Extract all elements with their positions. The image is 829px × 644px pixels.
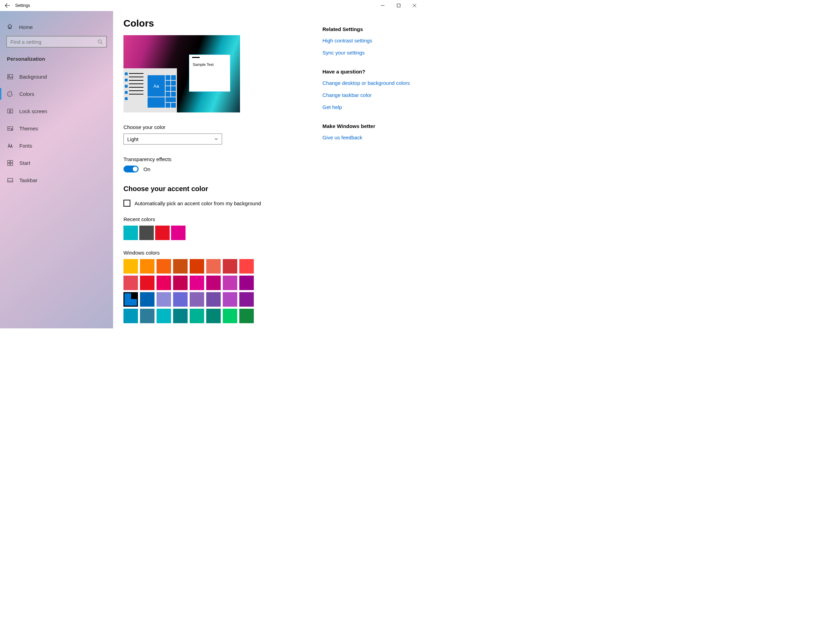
recent-color-swatch[interactable] — [123, 226, 138, 240]
preview-sample-text: Sample Text — [193, 62, 213, 66]
windows-color-swatch[interactable] — [173, 292, 188, 307]
sidebar-item-themes[interactable]: Themes — [0, 120, 113, 137]
transparency-label: Transparency effects — [123, 156, 315, 162]
minimize-button[interactable] — [375, 0, 391, 11]
search-input[interactable] — [6, 36, 107, 47]
windows-color-swatch[interactable] — [239, 292, 254, 307]
svg-rect-13 — [10, 163, 13, 165]
aside: Related Settings High contrast settingsS… — [322, 18, 412, 328]
auto-pick-checkbox[interactable] — [123, 200, 130, 207]
windows-color-swatch[interactable] — [239, 276, 254, 290]
sidebar-item-lock-screen[interactable]: Lock screen — [0, 103, 113, 120]
windows-color-swatch[interactable] — [140, 292, 154, 307]
sidebar-item-colors[interactable]: Colors — [0, 85, 113, 103]
sidebar-item-label: Colors — [19, 91, 34, 97]
recent-color-swatch[interactable] — [155, 226, 170, 240]
sidebar-item-start[interactable]: Start — [0, 154, 113, 171]
windows-color-swatch[interactable] — [140, 309, 154, 323]
aside-link[interactable]: Get help — [322, 104, 412, 111]
windows-color-swatch[interactable] — [123, 309, 138, 323]
sidebar-item-label: Lock screen — [19, 108, 47, 114]
search-field[interactable] — [10, 39, 98, 45]
windows-colors-grid — [123, 259, 315, 324]
preview-tile-text: Aa — [148, 75, 165, 96]
windows-color-swatch[interactable] — [123, 276, 138, 290]
better-links: Give us feedback — [322, 134, 412, 141]
titlebar: Settings — [0, 0, 422, 11]
close-button[interactable] — [407, 0, 422, 11]
taskbar-icon — [7, 177, 13, 183]
svg-rect-10 — [8, 160, 9, 163]
choose-color-value: Light — [127, 136, 139, 142]
home-button[interactable]: Home — [0, 21, 113, 36]
sidebar-item-label: Fonts — [19, 143, 32, 149]
aside-link[interactable]: High contrast settings — [322, 37, 412, 44]
recent-colors-label: Recent colors — [123, 216, 315, 222]
windows-color-swatch[interactable] — [140, 259, 154, 273]
home-label: Home — [19, 24, 33, 30]
windows-color-swatch[interactable] — [206, 292, 221, 307]
transparency-toggle[interactable] — [123, 166, 139, 172]
image-icon — [7, 74, 13, 80]
windows-color-swatch[interactable] — [223, 259, 237, 273]
windows-color-swatch[interactable] — [123, 292, 138, 307]
svg-rect-2 — [8, 74, 13, 79]
windows-color-swatch[interactable] — [190, 276, 204, 290]
back-button[interactable] — [0, 0, 15, 11]
windows-color-swatch[interactable] — [206, 259, 221, 273]
sidebar-item-fonts[interactable]: Fonts — [0, 137, 113, 154]
windows-color-swatch[interactable] — [190, 309, 204, 323]
chevron-down-icon — [214, 137, 218, 141]
svg-rect-0 — [397, 4, 400, 7]
svg-point-6 — [9, 95, 10, 96]
lock-screen-icon — [7, 108, 13, 114]
recent-color-swatch[interactable] — [139, 226, 154, 240]
windows-color-swatch[interactable] — [239, 309, 254, 323]
recent-colors — [123, 226, 315, 240]
back-arrow-icon — [5, 3, 10, 8]
windows-color-swatch[interactable] — [156, 259, 171, 273]
windows-color-swatch[interactable] — [190, 259, 204, 273]
aside-link[interactable]: Sync your settings — [322, 49, 412, 56]
sidebar-item-label: Start — [19, 160, 30, 166]
aside-link[interactable]: Give us feedback — [322, 134, 412, 141]
sidebar-item-label: Themes — [19, 126, 38, 131]
category-heading: Personalization — [0, 54, 113, 68]
choose-color-label: Choose your color — [123, 124, 315, 130]
choose-color-select[interactable]: Light — [123, 134, 222, 145]
windows-color-swatch[interactable] — [156, 276, 171, 290]
window-title: Settings — [15, 3, 30, 8]
search-icon — [98, 39, 103, 44]
windows-color-swatch[interactable] — [140, 276, 154, 290]
aside-link[interactable]: Change desktop or background colors — [322, 79, 412, 87]
sidebar-item-taskbar[interactable]: Taskbar — [0, 171, 113, 189]
windows-color-swatch[interactable] — [223, 309, 237, 323]
minimize-icon — [381, 4, 385, 7]
page-title: Colors — [123, 18, 315, 29]
start-icon — [7, 160, 13, 166]
windows-color-swatch[interactable] — [123, 259, 138, 273]
nav-list: BackgroundColorsLock screenThemesFontsSt… — [0, 68, 113, 189]
close-icon — [413, 4, 416, 7]
sidebar-item-label: Taskbar — [19, 177, 38, 183]
windows-color-swatch[interactable] — [239, 259, 254, 273]
windows-color-swatch[interactable] — [156, 292, 171, 307]
sidebar-item-label: Background — [19, 74, 47, 80]
windows-color-swatch[interactable] — [206, 276, 221, 290]
svg-point-5 — [9, 94, 9, 95]
windows-color-swatch[interactable] — [206, 309, 221, 323]
windows-color-swatch[interactable] — [173, 276, 188, 290]
windows-color-swatch[interactable] — [190, 292, 204, 307]
windows-color-swatch[interactable] — [156, 309, 171, 323]
windows-color-swatch[interactable] — [223, 276, 237, 290]
content: Colors Aa — [123, 18, 315, 328]
recent-color-swatch[interactable] — [171, 226, 186, 240]
windows-color-swatch[interactable] — [223, 292, 237, 307]
sidebar-item-background[interactable]: Background — [0, 68, 113, 85]
windows-color-swatch[interactable] — [173, 259, 188, 273]
windows-color-swatch[interactable] — [173, 309, 188, 323]
aside-link[interactable]: Change taskbar color — [322, 92, 412, 99]
main: Colors Aa — [113, 11, 422, 328]
palette-icon — [7, 91, 13, 97]
maximize-button[interactable] — [391, 0, 407, 11]
